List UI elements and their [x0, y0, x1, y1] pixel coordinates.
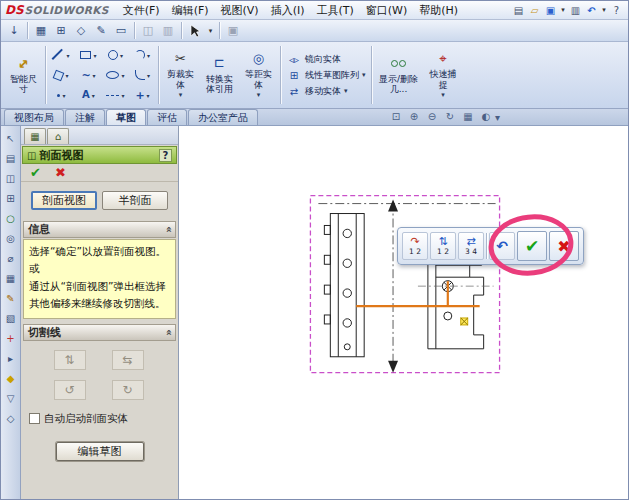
tab-office-products[interactable]: 办公室产品 [188, 109, 258, 125]
save-icon[interactable]: ▣ [543, 3, 558, 18]
popup-cancel-button[interactable]: ✖ [549, 231, 579, 261]
viewport-icon[interactable]: ▭ [112, 22, 130, 40]
collapse-chevron-icon[interactable]: » [162, 329, 173, 335]
trim-entities-button[interactable]: ✂ 剪裁实体 ▾ [161, 44, 200, 106]
sketch-edit-icon[interactable]: ✎ [92, 22, 110, 40]
side-tool-icon[interactable]: ✎ [3, 291, 18, 305]
sketch-line-button[interactable]: ▾ [48, 45, 75, 65]
undo-icon[interactable]: ↶ [584, 3, 599, 18]
dropdown-icon[interactable]: ▾ [441, 92, 445, 99]
dropdown-icon[interactable]: ▾ [179, 92, 183, 99]
convert-entities-button[interactable]: ⊏ 转换实体引用 [200, 44, 239, 106]
tab-sketch[interactable]: 草图 [106, 109, 146, 125]
undo-dropdown-icon[interactable]: ▾ [600, 3, 608, 18]
tab-annotation[interactable]: 注解 [65, 109, 105, 125]
sketch-text-button[interactable]: A▾ [75, 85, 102, 105]
select-cursor-icon[interactable] [186, 22, 204, 40]
auto-start-checkbox[interactable] [29, 413, 40, 424]
insert-line-icon[interactable]: ↓ [5, 22, 23, 40]
dropdown-icon[interactable]: ▾ [147, 52, 150, 59]
plane-icon[interactable]: ◇ [72, 22, 90, 40]
dropdown-icon[interactable]: ▾ [93, 52, 96, 59]
tab-view-layout[interactable]: 视图布局 [4, 109, 64, 125]
sketch-ellipse-button[interactable]: ▾ [102, 65, 129, 85]
side-tool-icon[interactable]: ⌀ [3, 251, 18, 265]
move-entities-button[interactable]: ⇄ 移动实体 ▾ [286, 85, 366, 98]
left-plate-geometry[interactable] [324, 214, 364, 357]
sketch-polygon-button[interactable]: ▾ [48, 65, 75, 85]
smart-dimension-button[interactable]: ↔ 智能尺寸 [4, 44, 43, 106]
drawing-canvas[interactable]: ↷ 1 2 ⇅ 1 2 ⇄ 3 4 ↶ ✔ ✖ [179, 126, 628, 499]
dropdown-icon[interactable]: ▾ [120, 52, 123, 59]
menu-item[interactable]: 编辑(F) [166, 2, 215, 19]
sketch-circle-button[interactable]: ▾ [102, 45, 129, 65]
menu-item[interactable]: 视图(V) [215, 2, 265, 19]
save-dropdown-icon[interactable]: ▾ [559, 3, 567, 18]
select-dropdown-icon[interactable]: ▾ [206, 22, 215, 40]
dropdown-icon[interactable]: ▾ [121, 72, 124, 79]
side-tool-icon[interactable]: ▸ [3, 351, 18, 365]
view-tools-dropdown-icon[interactable]: ▾ [495, 112, 500, 125]
cutting-line-sketch[interactable] [356, 281, 479, 306]
collapse-chevron-icon[interactable]: » [162, 226, 173, 232]
sketch-rectangle-button[interactable]: ▾ [75, 45, 102, 65]
menu-item[interactable]: 工具(T) [310, 2, 359, 19]
side-tool-icon[interactable]: + [3, 331, 18, 345]
sketch-construction-button[interactable]: +▾ [129, 85, 156, 105]
side-tool-icon[interactable]: ◫ [3, 171, 18, 185]
side-tool-icon[interactable]: ○ [3, 211, 18, 225]
flip-direction-button[interactable]: ⇄ 3 4 [458, 232, 484, 260]
side-tool-icon[interactable]: ◎ [3, 231, 18, 245]
help-icon[interactable]: ? [609, 3, 624, 18]
side-tool-icon[interactable]: ↖ [3, 131, 18, 145]
menu-item[interactable]: 窗口(W) [360, 2, 413, 19]
sketch-fillet-button[interactable]: ▾ [129, 65, 156, 85]
help-button[interactable]: ? [159, 149, 172, 162]
cancel-cross-icon[interactable]: ✖ [55, 166, 66, 179]
message-section-header[interactable]: 信息 » [23, 221, 176, 238]
section-view-mode-button[interactable]: 剖面视图 [31, 191, 97, 210]
half-section-mode-button[interactable]: 半剖面 [102, 191, 168, 210]
view-tool-icon[interactable]: ⊖ [425, 110, 439, 123]
menu-item[interactable]: 插入(I) [265, 2, 311, 19]
side-tool-icon[interactable]: ▽ [3, 391, 18, 405]
configuration-tab[interactable]: ⌂ [47, 128, 69, 144]
dropdown-icon[interactable]: ▾ [66, 52, 69, 59]
sketch-spline-button[interactable]: ~▾ [75, 65, 102, 85]
dropdown-icon[interactable]: ▾ [257, 92, 261, 99]
view-tool-icon[interactable]: ⊡ [389, 110, 403, 123]
dropdown-icon[interactable]: ▾ [65, 72, 68, 79]
view-tool-icon[interactable]: ⊕ [407, 110, 421, 123]
cutting-line-section-header[interactable]: 切割线 » [23, 324, 176, 341]
sketch-point-button[interactable]: ▾ [48, 85, 75, 105]
flip-direction-button[interactable]: ↷ 1 2 [402, 232, 428, 260]
dropdown-icon[interactable]: ▾ [147, 92, 150, 99]
view-tool-icon[interactable]: ◐ [479, 110, 493, 123]
sketch-centerline-button[interactable]: ▾ [102, 85, 129, 105]
grid-view-icon[interactable]: ▦ [32, 22, 50, 40]
dropdown-icon[interactable]: ▾ [344, 88, 348, 95]
sketch-arc-button[interactable]: ▾ [129, 45, 156, 65]
dropdown-icon[interactable]: ▾ [62, 92, 65, 99]
side-tool-icon[interactable]: ◇ [3, 411, 18, 425]
side-tool-icon[interactable]: ◆ [3, 371, 18, 385]
menu-item[interactable]: 帮助(H) [413, 2, 464, 19]
property-manager-tab[interactable]: ▦ [24, 128, 46, 144]
edit-sketch-button[interactable]: 编辑草图 [56, 442, 144, 461]
popup-ok-button[interactable]: ✔ [517, 231, 547, 261]
sketch-point-marker[interactable] [461, 318, 468, 325]
open-document-icon[interactable]: ▱ [527, 3, 542, 18]
flip-direction-button[interactable]: ⇅ 1 2 [430, 232, 456, 260]
dropdown-icon[interactable]: ▾ [93, 72, 96, 79]
display-delete-relations-button[interactable]: 显示/删除几... [374, 44, 424, 106]
side-tool-icon[interactable]: ▧ [3, 311, 18, 325]
view-tool-icon[interactable]: ↻ [443, 110, 457, 123]
side-tool-icon[interactable]: ▦ [3, 271, 18, 285]
ok-check-icon[interactable]: ✔ [30, 166, 41, 179]
offset-entities-button[interactable]: ◎ 等距实体 ▾ [239, 44, 278, 106]
view-tool-icon[interactable]: ▦ [461, 110, 475, 123]
dropdown-icon[interactable]: ▾ [121, 92, 124, 99]
dropdown-icon[interactable]: ▾ [147, 72, 150, 79]
pattern-view-icon[interactable]: ⊞ [52, 22, 70, 40]
popup-undo-button[interactable]: ↶ [489, 232, 515, 260]
